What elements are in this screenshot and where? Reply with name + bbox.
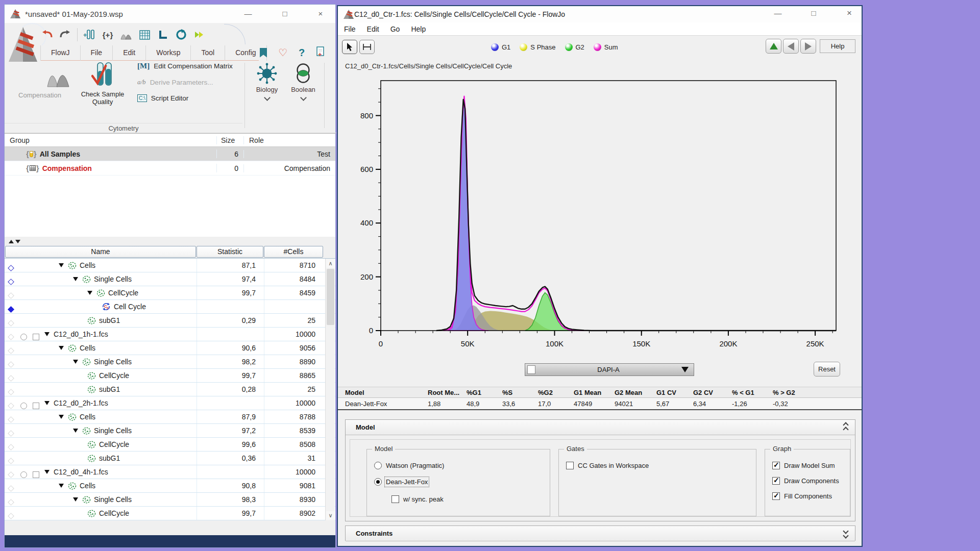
tree-row[interactable]: CellCycle 99,7 8902: [5, 507, 335, 520]
tree-row[interactable]: CellCycle 99,7 8865: [5, 369, 335, 383]
x-parameter-dropdown[interactable]: DAPI-A: [525, 363, 694, 376]
add-group-icon[interactable]: {+}: [101, 28, 114, 41]
expand-arrow-icon[interactable]: [73, 360, 78, 364]
dean-jett-fox-radio[interactable]: Dean-Jett-Fox: [374, 478, 428, 486]
expand-arrow-icon[interactable]: [59, 346, 64, 350]
table-icon[interactable]: [138, 28, 151, 41]
tree-row[interactable]: Single Cells 98,3 8930: [5, 493, 335, 507]
script-editor-button[interactable]: C:\ Script Editor: [137, 94, 188, 102]
ribbon-tab-worksp[interactable]: Worksp: [146, 45, 191, 61]
ribbon-tab-tool[interactable]: Tool: [191, 45, 225, 61]
expand-panel-icon[interactable]: [844, 529, 848, 538]
edit-compensation-matrix-button[interactable]: [M] Edit Compensation Matrix: [137, 62, 233, 70]
gating-diamond-icon[interactable]: [8, 499, 14, 506]
tree-row[interactable]: Cells 90,8 9081: [5, 479, 335, 493]
sample-checkbox-icon[interactable]: [33, 471, 39, 478]
workspace-titlebar[interactable]: *unsaved* 01-May-2019.wsp — □ ×: [5, 5, 335, 23]
cells-column-header[interactable]: #Cells: [264, 246, 323, 258]
expand-arrow-icon[interactable]: [73, 497, 78, 502]
add-samples-icon[interactable]: +: [83, 28, 96, 41]
expand-arrow-icon[interactable]: [73, 277, 78, 281]
name-column-header[interactable]: Name: [5, 246, 196, 258]
gating-diamond-icon[interactable]: [8, 458, 14, 464]
expand-arrow-icon[interactable]: [44, 401, 50, 405]
gating-diamond-icon[interactable]: [8, 513, 14, 519]
range-gate-tool-button[interactable]: [359, 40, 375, 54]
tree-row[interactable]: Cells 87,1 8710: [5, 259, 335, 272]
sort-down-icon[interactable]: [15, 240, 20, 243]
constraints-panel-header[interactable]: Constraints: [346, 526, 855, 541]
compensation-icon[interactable]: [44, 64, 73, 89]
refresh-icon[interactable]: [175, 28, 188, 41]
tree-row[interactable]: Single Cells 97,2 8539: [5, 424, 335, 438]
gating-diamond-icon[interactable]: [8, 279, 14, 285]
maximize-button[interactable]: □: [805, 6, 822, 20]
statistic-column-header[interactable]: Statistic: [197, 246, 263, 258]
gating-diamond-icon[interactable]: [8, 265, 14, 271]
help-question-icon[interactable]: ?: [299, 47, 305, 59]
scroll-down-icon[interactable]: ∨: [326, 511, 335, 520]
group-table-header[interactable]: Group Size Role: [5, 134, 335, 147]
radio-icon[interactable]: [374, 462, 382, 469]
graph-checkbox-draw-model-sum[interactable]: Draw Model Sum: [772, 462, 835, 469]
check-sample-quality-icon[interactable]: [91, 62, 113, 90]
scrollbar-thumb[interactable]: [327, 269, 334, 325]
minimize-button[interactable]: —: [239, 7, 257, 21]
close-button[interactable]: ×: [841, 6, 858, 20]
gating-diamond-icon[interactable]: [8, 292, 14, 299]
expand-arrow-icon[interactable]: [44, 470, 50, 474]
ribbon-tab-flowj[interactable]: FlowJ: [40, 45, 81, 61]
sort-up-icon[interactable]: [9, 240, 14, 243]
cell-cycle-titlebar[interactable]: C12_d0_Ctr-1.fcs: Cells/Single Cells/Cel…: [338, 6, 862, 22]
gating-diamond-icon[interactable]: [8, 361, 14, 368]
favorites-heart-icon[interactable]: ♡: [278, 46, 287, 59]
gating-diamond-icon[interactable]: [8, 334, 14, 340]
graph-checkbox-fill-components[interactable]: Fill Components: [772, 492, 832, 500]
prev-population-button[interactable]: [766, 39, 781, 54]
gating-diamond-icon[interactable]: [8, 347, 14, 354]
table-splitter[interactable]: [5, 237, 335, 245]
gating-diamond-icon[interactable]: [8, 430, 14, 437]
checkbox-icon[interactable]: [772, 462, 780, 469]
sample-circle-icon[interactable]: [20, 334, 27, 340]
reset-button[interactable]: Reset: [814, 362, 840, 377]
tree-row[interactable]: subG1 0,29 25: [5, 314, 335, 328]
expand-arrow-icon[interactable]: [44, 332, 50, 336]
scroll-up-icon[interactable]: ∧: [326, 259, 335, 268]
histogram-icon[interactable]: [119, 28, 133, 41]
tree-row[interactable]: Single Cells 98,2 8890: [5, 355, 335, 369]
group-row[interactable]: {}All Samples 6 Test: [5, 147, 335, 161]
tree-row[interactable]: C12_d0_2h-1.fcs 10000: [5, 396, 335, 410]
gating-diamond-icon[interactable]: [8, 306, 14, 313]
help-button[interactable]: Help: [820, 39, 855, 53]
menu-item-go[interactable]: Go: [390, 25, 400, 33]
layout-ruler-icon[interactable]: [156, 28, 169, 41]
check-sample-quality-label[interactable]: Check Sample Quality: [72, 90, 133, 106]
gating-diamond-icon[interactable]: [8, 444, 14, 450]
watson-radio[interactable]: Watson (Pragmatic): [374, 462, 444, 469]
group-row[interactable]: {}Compensation 0 Compensation: [5, 161, 335, 176]
gating-diamond-icon[interactable]: [8, 471, 14, 478]
expand-arrow-icon[interactable]: [59, 484, 64, 488]
tree-row[interactable]: C12_d0_4h-1.fcs 10000: [5, 465, 335, 479]
tree-scrollbar[interactable]: ∧ ∨: [325, 259, 335, 520]
cc-gates-checkbox[interactable]: CC Gates in Workspace: [566, 462, 649, 469]
bookmark-icon[interactable]: [260, 48, 267, 58]
sample-circle-icon[interactable]: [20, 403, 27, 409]
add-document-icon[interactable]: +: [316, 46, 325, 59]
tree-row[interactable]: C12_d0_1h-1.fcs 10000: [5, 328, 335, 341]
ribbon-tab-file[interactable]: File: [81, 45, 113, 61]
cursor-tool-button[interactable]: [342, 40, 357, 54]
checkbox-icon[interactable]: [772, 477, 780, 485]
redo-icon[interactable]: [59, 28, 72, 41]
tree-row[interactable]: CellCycle 99,6 8508: [5, 438, 335, 452]
checkbox-icon[interactable]: [391, 495, 399, 503]
tree-row[interactable]: CellCycle 99,7 8459: [5, 286, 335, 300]
histogram-svg[interactable]: 050K100K150K200K250K0200400600800: [346, 74, 851, 356]
close-button[interactable]: ×: [312, 7, 329, 21]
sample-circle-icon[interactable]: [20, 471, 27, 478]
back-button[interactable]: [783, 39, 799, 54]
fast-forward-icon[interactable]: [193, 28, 206, 41]
ribbon-tab-edit[interactable]: Edit: [113, 45, 146, 61]
collapse-panel-icon[interactable]: [844, 423, 848, 432]
